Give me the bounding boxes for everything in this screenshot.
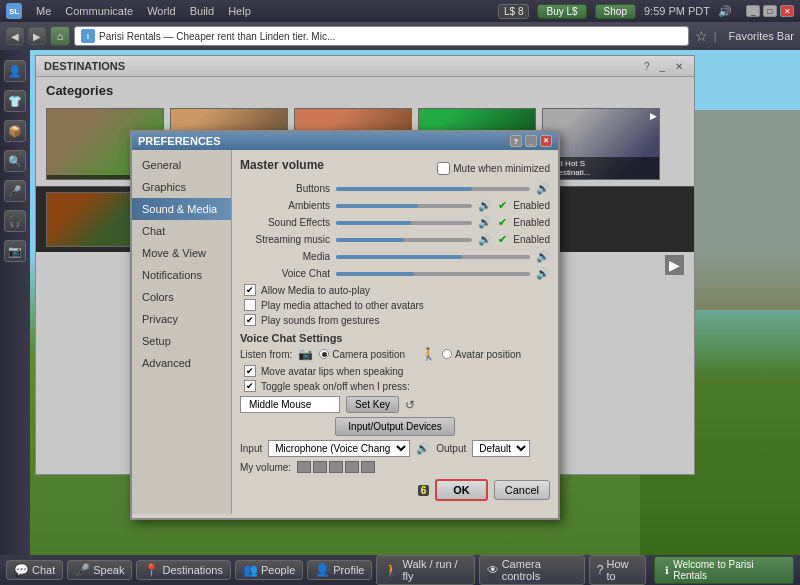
pref-nav-privacy[interactable]: Privacy bbox=[132, 308, 231, 330]
menu-help[interactable]: Help bbox=[228, 5, 251, 17]
whats-hot-thumb[interactable] bbox=[46, 192, 136, 247]
speak-button[interactable]: 🎤 Speak bbox=[67, 560, 132, 580]
pref-nav-graphics[interactable]: Graphics bbox=[132, 176, 231, 198]
menu-world[interactable]: World bbox=[147, 5, 176, 17]
my-volume-row: My volume: bbox=[240, 461, 550, 473]
pref-nav-move-view[interactable]: Move & View bbox=[132, 242, 231, 264]
destinations-button[interactable]: 📍 Destinations bbox=[136, 560, 231, 580]
pref-sidebar: General Graphics Sound & Media Chat Move… bbox=[132, 150, 232, 514]
how-to-button[interactable]: ? How to bbox=[589, 555, 646, 585]
avatar-radio[interactable] bbox=[442, 349, 452, 359]
ambient-slider[interactable] bbox=[336, 204, 472, 208]
key-row: Set Key ↺ bbox=[240, 396, 550, 413]
media-slider[interactable] bbox=[336, 255, 530, 259]
sound-icon[interactable]: 🔊 bbox=[718, 5, 732, 18]
toggle-speak-checkbox[interactable]: ✔ bbox=[244, 380, 256, 392]
play-media-row: Play media attached to other avatars bbox=[240, 299, 550, 311]
key-input[interactable] bbox=[240, 396, 340, 413]
voice-chat-vol-icon[interactable]: 🔊 bbox=[536, 267, 550, 280]
media-volume-row: Media 🔊 bbox=[240, 250, 550, 263]
media-vol-icon[interactable]: 🔊 bbox=[536, 250, 550, 263]
set-key-button[interactable]: Set Key bbox=[346, 396, 399, 413]
voice-chat-slider[interactable] bbox=[336, 272, 530, 276]
pref-nav-notifications[interactable]: Notifications bbox=[132, 264, 231, 286]
pref-close-button[interactable]: ✕ bbox=[540, 135, 552, 147]
camera-icon[interactable]: 📷 bbox=[4, 240, 26, 262]
next-arrow-icon[interactable]: ▶ bbox=[665, 255, 684, 275]
chat-icon: 💬 bbox=[14, 563, 29, 577]
home-button[interactable]: ⌂ bbox=[50, 26, 70, 46]
pref-nav-setup[interactable]: Setup bbox=[132, 330, 231, 352]
people-label: People bbox=[261, 564, 295, 576]
categories-title: Categories bbox=[36, 77, 694, 102]
inventory-icon[interactable]: 📦 bbox=[4, 120, 26, 142]
io-devices-button[interactable]: Input/Output Devices bbox=[335, 417, 454, 436]
headphone-icon[interactable]: 🎧 bbox=[4, 210, 26, 232]
chat-button[interactable]: 💬 Chat bbox=[6, 560, 63, 580]
menu-build[interactable]: Build bbox=[190, 5, 214, 17]
allow-media-checkbox[interactable]: ✔ bbox=[244, 284, 256, 296]
bookmark-icon[interactable]: ☆ bbox=[693, 28, 710, 44]
mute-checkbox[interactable] bbox=[437, 162, 450, 175]
favorites-label: Favorites Bar bbox=[729, 30, 794, 42]
move-lips-checkbox[interactable]: ✔ bbox=[244, 365, 256, 377]
output-select[interactable]: Default bbox=[472, 440, 530, 457]
refresh-icon[interactable]: ↺ bbox=[405, 398, 415, 412]
pref-help-button[interactable]: ? bbox=[510, 135, 522, 147]
master-volume-title: Master volume bbox=[240, 158, 324, 172]
pref-nav-advanced[interactable]: Advanced bbox=[132, 352, 231, 374]
mic-icon[interactable]: 🎤 bbox=[4, 180, 26, 202]
cancel-button[interactable]: Cancel bbox=[494, 480, 550, 500]
streaming-label: Streaming music bbox=[240, 234, 330, 245]
camera-controls-button[interactable]: 👁 Camera controls bbox=[479, 555, 585, 585]
shop-button[interactable]: Shop bbox=[595, 4, 636, 19]
back-button[interactable]: ◀ bbox=[6, 27, 24, 45]
allow-media-row: ✔ Allow Media to auto-play bbox=[240, 284, 550, 296]
people-button[interactable]: 👥 People bbox=[235, 560, 303, 580]
maximize-button[interactable]: □ bbox=[763, 5, 777, 17]
sound-fx-vol-icon[interactable]: 🔊 bbox=[478, 216, 492, 229]
ok-button[interactable]: OK bbox=[435, 479, 488, 501]
avatar-position-label: Avatar position bbox=[455, 349, 521, 360]
buttons-vol-icon[interactable]: 🔊 bbox=[536, 182, 550, 195]
camera-option[interactable]: Camera position bbox=[319, 349, 405, 360]
output-label: Output bbox=[436, 443, 466, 454]
buttons-slider[interactable] bbox=[336, 187, 530, 191]
pref-nav-sound-media[interactable]: Sound & Media bbox=[132, 198, 231, 220]
avatar-icon[interactable]: 👤 bbox=[4, 60, 26, 82]
forward-button[interactable]: ▶ bbox=[28, 27, 46, 45]
destinations-close[interactable]: ✕ bbox=[672, 61, 686, 72]
menu-me[interactable]: Me bbox=[36, 5, 51, 17]
streaming-volume-row: Streaming music 🔊 ✔ Enabled bbox=[240, 233, 550, 246]
sound-fx-slider[interactable] bbox=[336, 221, 472, 225]
search-icon[interactable]: 🔍 bbox=[4, 150, 26, 172]
profile-label: Profile bbox=[333, 564, 364, 576]
streaming-slider[interactable] bbox=[336, 238, 472, 242]
input-select[interactable]: Microphone (Voice Chang bbox=[268, 440, 410, 457]
buy-linden-button[interactable]: Buy L$ bbox=[537, 4, 586, 19]
destinations-help[interactable]: ? bbox=[641, 61, 653, 72]
preferences-dialog: PREFERENCES ? _ ✕ General Graphics Sound… bbox=[130, 130, 560, 520]
destinations-btn-label: Destinations bbox=[162, 564, 223, 576]
play-sounds-checkbox[interactable]: ✔ bbox=[244, 314, 256, 326]
destinations-minimize[interactable]: _ bbox=[656, 61, 668, 72]
camera-radio[interactable] bbox=[319, 349, 329, 359]
pref-minimize-button[interactable]: _ bbox=[525, 135, 537, 147]
menu-communicate[interactable]: Communicate bbox=[65, 5, 133, 17]
pref-nav-general[interactable]: General bbox=[132, 154, 231, 176]
pref-nav-colors[interactable]: Colors bbox=[132, 286, 231, 308]
play-media-checkbox[interactable] bbox=[244, 299, 256, 311]
walk-button[interactable]: 🚶 Walk / run / fly bbox=[376, 555, 474, 585]
shirt-icon[interactable]: 👕 bbox=[4, 90, 26, 112]
ambient-vol-icon[interactable]: 🔊 bbox=[478, 199, 492, 212]
speak-label: Speak bbox=[93, 564, 124, 576]
minimize-button[interactable]: _ bbox=[746, 5, 760, 17]
avatar-option[interactable]: Avatar position bbox=[442, 349, 521, 360]
streaming-vol-icon[interactable]: 🔊 bbox=[478, 233, 492, 246]
profile-button[interactable]: 👤 Profile bbox=[307, 560, 372, 580]
chat-label: Chat bbox=[32, 564, 55, 576]
pref-nav-chat[interactable]: Chat bbox=[132, 220, 231, 242]
close-button[interactable]: ✕ bbox=[780, 5, 794, 17]
url-bar[interactable]: i Parisi Rentals — Cheaper rent than Lin… bbox=[74, 26, 689, 46]
speak-icon: 🎤 bbox=[75, 563, 90, 577]
